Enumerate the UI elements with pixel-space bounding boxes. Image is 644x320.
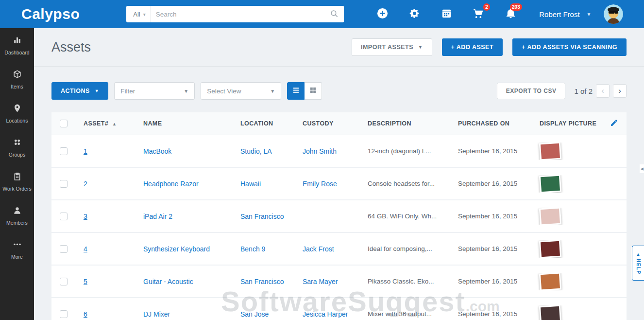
gear-icon bbox=[409, 8, 420, 21]
row-checkbox[interactable] bbox=[60, 147, 68, 155]
box-icon bbox=[13, 70, 22, 81]
custody-link[interactable]: John Smith bbox=[303, 147, 337, 155]
chevron-right-icon: › bbox=[618, 86, 621, 96]
column-header-custody[interactable]: CUSTODY bbox=[291, 120, 356, 127]
chevron-down-icon: ▼ bbox=[418, 45, 423, 50]
row-checkbox[interactable] bbox=[60, 310, 68, 318]
import-assets-button[interactable]: IMPORT ASSETS▼ bbox=[352, 38, 432, 56]
ipad-photo[interactable] bbox=[539, 208, 561, 225]
description-text: Mixer with 36 output... bbox=[356, 310, 446, 318]
asset-name-link[interactable]: DJ Mixer bbox=[143, 310, 170, 318]
purchased-on-text: September 16, 2015 bbox=[446, 180, 528, 187]
row-checkbox[interactable] bbox=[60, 278, 68, 285]
row-checkbox[interactable] bbox=[60, 245, 68, 253]
asset-name-link[interactable]: Guitar - Acoustic bbox=[143, 278, 193, 285]
sort-asc-icon: ▲ bbox=[112, 122, 117, 126]
sidebar-item-label: Items bbox=[11, 84, 23, 89]
select-view-dropdown[interactable]: Select View ▼ bbox=[201, 82, 281, 100]
settings-button[interactable] bbox=[408, 8, 421, 20]
list-view-button[interactable] bbox=[287, 82, 305, 100]
location-link[interactable]: Studio, LA bbox=[240, 147, 272, 155]
add-new-button[interactable] bbox=[376, 8, 389, 20]
chevron-down-icon: ▼ bbox=[270, 89, 275, 94]
description-text: 64 GB. WiFi Only. Wh... bbox=[356, 213, 446, 220]
ellipsis-icon bbox=[13, 240, 22, 251]
person-icon bbox=[13, 206, 22, 217]
add-asset-button[interactable]: + ADD ASSET bbox=[442, 38, 503, 56]
column-header-asset-number[interactable]: ASSET#▲ bbox=[76, 120, 132, 127]
table-row: 4 Synthesizer Keyboard Bench 9 Jack Fros… bbox=[51, 233, 627, 266]
calendar-icon bbox=[441, 8, 452, 21]
select-all-checkbox[interactable] bbox=[60, 120, 68, 127]
column-header-location[interactable]: LOCATION bbox=[229, 120, 291, 127]
asset-name-link[interactable]: Synthesizer Keyboard bbox=[143, 245, 210, 253]
asset-number-link[interactable]: 5 bbox=[84, 278, 87, 285]
custody-link[interactable]: Sara Mayer bbox=[303, 278, 338, 285]
asset-name-link[interactable]: Headphone Razor bbox=[143, 180, 199, 188]
next-page-button[interactable]: › bbox=[613, 84, 627, 98]
synthesizer-photo[interactable] bbox=[539, 240, 561, 258]
asset-number-link[interactable]: 1 bbox=[84, 147, 87, 155]
edit-columns-button[interactable] bbox=[603, 119, 625, 129]
macbook-photo[interactable] bbox=[539, 142, 561, 160]
calendar-button[interactable] bbox=[440, 8, 453, 20]
plus-circle-icon bbox=[377, 8, 388, 21]
avatar[interactable] bbox=[604, 4, 623, 24]
app-logo[interactable]: Calypso bbox=[21, 6, 80, 22]
chevron-down-icon: ▼ bbox=[587, 12, 592, 17]
sidebar-item-groups[interactable]: Groups bbox=[0, 130, 34, 164]
chevron-down-icon: ▼ bbox=[184, 89, 188, 94]
asset-name-link[interactable]: iPad Air 2 bbox=[143, 213, 172, 220]
location-link[interactable]: San Francisco bbox=[240, 213, 284, 220]
sidebar-item-items[interactable]: Items bbox=[0, 62, 34, 96]
sidebar-item-dashboard[interactable]: Dashboard bbox=[0, 28, 34, 62]
location-link[interactable]: San Francisco bbox=[240, 278, 284, 285]
table-scroll-left-arrow[interactable]: ◂ bbox=[640, 164, 644, 173]
custody-link[interactable]: Emily Rose bbox=[303, 180, 337, 188]
asset-number-link[interactable]: 4 bbox=[84, 245, 87, 253]
help-tab[interactable]: ▲ HELP bbox=[632, 246, 644, 281]
search-button[interactable] bbox=[324, 6, 344, 22]
row-checkbox[interactable] bbox=[60, 180, 68, 188]
search-input[interactable] bbox=[151, 6, 325, 22]
cart-icon bbox=[473, 8, 484, 21]
filter-dropdown[interactable]: Filter ▼ bbox=[114, 82, 195, 100]
column-header-display-picture[interactable]: DISPLAY PICTURE bbox=[528, 120, 603, 127]
chevron-down-icon: ▼ bbox=[95, 89, 99, 93]
cart-button[interactable]: 2 bbox=[472, 8, 485, 20]
asset-number-link[interactable]: 3 bbox=[84, 213, 87, 220]
purchased-on-text: September 16, 2015 bbox=[446, 310, 528, 318]
custody-link[interactable]: Jack Frost bbox=[303, 245, 334, 253]
column-header-purchased-on[interactable]: PURCHASED ON bbox=[446, 120, 528, 127]
purchased-on-text: September 16, 2015 bbox=[446, 278, 528, 285]
notifications-button[interactable]: 203 bbox=[504, 8, 517, 20]
export-to-csv-button[interactable]: EXPORT TO CSV bbox=[497, 83, 566, 99]
headphone-photo[interactable] bbox=[539, 175, 561, 193]
guitar-photo[interactable] bbox=[539, 273, 561, 290]
sidebar-item-more[interactable]: More bbox=[0, 232, 34, 267]
sidebar-item-locations[interactable]: Locations bbox=[0, 96, 34, 130]
table-row: 3 iPad Air 2 San Francisco 64 GB. WiFi O… bbox=[51, 200, 627, 233]
sidebar-item-work-orders[interactable]: Work Orders bbox=[0, 164, 34, 198]
column-header-name[interactable]: NAME bbox=[132, 120, 229, 127]
grid-view-button[interactable] bbox=[305, 82, 322, 100]
row-checkbox[interactable] bbox=[60, 213, 68, 220]
actions-button[interactable]: ACTIONS▼ bbox=[51, 82, 108, 100]
djmixer-photo[interactable] bbox=[539, 305, 561, 320]
list-icon bbox=[292, 86, 300, 96]
asset-number-link[interactable]: 6 bbox=[84, 310, 87, 318]
user-menu[interactable]: Robert Frost ▼ bbox=[539, 10, 591, 18]
sidebar-item-members[interactable]: Members bbox=[0, 198, 34, 232]
asset-number-link[interactable]: 2 bbox=[84, 180, 87, 188]
location-link[interactable]: Hawaii bbox=[240, 180, 261, 188]
custody-link[interactable]: Jesicca Harper bbox=[303, 310, 348, 318]
top-header: Calypso All ▾ 2 203 Robert Frost bbox=[0, 0, 644, 28]
search-category-dropdown[interactable]: All ▾ bbox=[126, 6, 151, 22]
asset-name-link[interactable]: MacBook bbox=[143, 147, 171, 155]
location-link[interactable]: Bench 9 bbox=[240, 245, 265, 253]
assets-table: ASSET#▲ NAME LOCATION CUSTODY DESCRIPTIO… bbox=[51, 112, 627, 320]
previous-page-button[interactable]: ‹ bbox=[596, 84, 610, 98]
column-header-description[interactable]: DESCRIPTION bbox=[356, 120, 446, 127]
add-assets-via-scanning-button[interactable]: + ADD ASSETS VIA SCANNING bbox=[512, 38, 627, 56]
location-link[interactable]: San Jose bbox=[240, 310, 269, 318]
